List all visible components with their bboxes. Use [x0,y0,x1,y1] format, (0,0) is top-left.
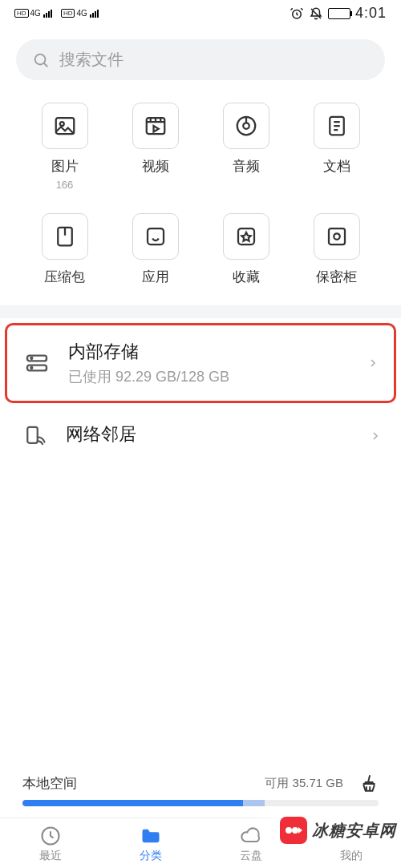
status-bar: HD 4G HD 4G 4:01 [0,0,401,25]
network-neighbor-row[interactable]: 网络邻居 [0,408,401,464]
category-apps[interactable]: 应用 [113,213,197,286]
category-videos[interactable]: 视频 [113,103,197,191]
category-archives[interactable]: 压缩包 [22,213,107,286]
storage-title: 内部存储 [68,340,350,364]
category-docs[interactable]: 文档 [294,103,379,191]
svg-point-20 [286,827,292,834]
nav-label: 云盘 [240,849,262,863]
archive-icon [53,224,77,248]
safe-icon [325,224,349,248]
image-icon [53,114,77,138]
category-label: 收藏 [233,268,260,286]
local-space-available: 可用 35.71 GB [265,776,343,791]
watermark-icon [280,817,307,844]
internal-storage-row[interactable]: 内部存储 已使用 92.29 GB/128 GB [5,323,396,403]
folder-icon [140,825,162,847]
category-count: 166 [56,179,74,191]
audio-icon [234,114,258,138]
signal-bot: 4G [76,9,87,18]
storage-icon [22,350,52,376]
category-label: 保密柜 [316,268,357,286]
category-favorites[interactable]: 收藏 [204,213,288,286]
chevron-right-icon [369,430,382,442]
network-title: 网络邻居 [66,422,353,446]
chevron-right-icon [367,357,379,369]
search-icon [32,51,50,69]
nav-label: 我的 [340,849,363,863]
signal-top: 4G [30,9,41,18]
watermark: 冰糖安卓网 [256,813,401,847]
category-images[interactable]: 图片 166 [22,103,107,191]
svg-point-21 [292,827,298,834]
local-space-label: 本地空间 [22,774,77,793]
star-icon [234,224,258,248]
svg-point-16 [30,367,32,369]
storage-subtitle: 已使用 92.29 GB/128 GB [68,367,350,386]
search-placeholder: 搜索文件 [59,49,124,71]
storage-progress-bar [22,800,379,806]
category-label: 图片 [51,157,79,176]
nav-label: 分类 [140,849,162,863]
status-time: 4:01 [355,5,387,22]
network-icon [19,424,50,448]
nav-recent[interactable]: 最近 [0,825,100,863]
clock-icon [39,825,62,847]
svg-point-15 [30,357,32,359]
category-audio[interactable]: 音频 [204,103,288,191]
svg-rect-11 [329,228,345,244]
category-label: 应用 [142,268,169,286]
local-space-panel: 本地空间 可用 35.71 GB [0,773,401,806]
video-icon [144,114,168,138]
category-label: 文档 [323,157,350,176]
alarm-icon [290,6,304,21]
watermark-text: 冰糖安卓网 [312,820,396,842]
category-label: 视频 [142,157,169,176]
section-divider [0,305,401,318]
hd-badge-bot: HD [61,9,75,18]
svg-point-6 [243,123,249,129]
category-label: 音频 [233,157,260,176]
svg-point-3 [59,122,63,126]
signal-bars-1 [43,10,52,18]
svg-rect-9 [148,228,164,244]
svg-rect-17 [27,427,38,443]
status-right: 4:01 [290,5,387,22]
search-input[interactable]: 搜索文件 [16,39,385,80]
status-left: HD 4G HD 4G [14,9,99,18]
nav-label: 最近 [39,849,62,863]
document-icon [325,114,349,138]
signal-bars-2 [90,10,99,18]
hd-badge-top: HD [14,9,29,18]
svg-point-1 [35,54,46,64]
category-label: 压缩包 [44,268,85,286]
battery-icon [328,8,350,19]
nav-category[interactable]: 分类 [100,825,200,863]
svg-point-12 [334,233,340,240]
mute-icon [309,6,323,21]
app-icon [144,224,168,248]
category-grid: 图片 166 视频 音频 文档 压缩包 应用 收藏 保密柜 [0,80,401,305]
cleanup-button[interactable] [358,773,379,793]
category-safe[interactable]: 保密柜 [294,213,379,286]
